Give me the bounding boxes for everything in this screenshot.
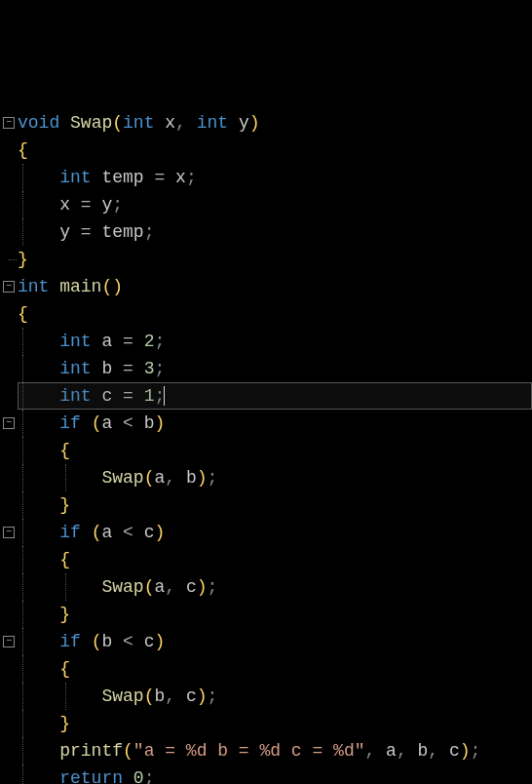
fold-minus-icon[interactable]: −	[3, 281, 15, 293]
whitespace	[70, 218, 81, 246]
code-content[interactable]: Swap(b, c);	[18, 683, 532, 710]
bracket-token: )	[155, 523, 166, 542]
bracket-token: (	[144, 577, 155, 597]
fold-minus-icon[interactable]: −	[3, 417, 15, 429]
code-line[interactable]: {	[0, 137, 532, 164]
fold-minus-icon[interactable]: −	[3, 527, 15, 538]
whitespace	[28, 355, 59, 382]
whitespace	[175, 573, 186, 601]
bracket-token: {	[59, 659, 70, 679]
code-content[interactable]: int temp = x;	[18, 164, 532, 191]
code-line[interactable]: − if (a < b)	[0, 410, 532, 437]
function-token: main	[59, 277, 101, 296]
code-editor[interactable]: −void Swap(int x, int y){ int temp = x; …	[0, 109, 532, 784]
code-line[interactable]: −int main()	[0, 273, 532, 300]
whitespace	[438, 737, 449, 764]
whitespace	[18, 468, 28, 488]
code-line[interactable]: {	[0, 655, 532, 683]
code-line[interactable]: {	[0, 300, 532, 328]
punct-token: ;	[144, 222, 155, 242]
code-content[interactable]: }	[18, 491, 532, 519]
code-line[interactable]: Swap(a, c);	[0, 573, 532, 601]
keyword-token: int	[59, 359, 91, 378]
code-content[interactable]: x = y;	[18, 191, 532, 218]
code-content[interactable]: if (a < b)	[18, 410, 532, 437]
whitespace	[144, 164, 155, 191]
identifier-token: a	[154, 468, 165, 488]
code-line[interactable]: int b = 3;	[0, 355, 532, 382]
bracket-token: (	[144, 468, 155, 488]
whitespace	[92, 218, 102, 246]
whitespace	[18, 413, 28, 433]
whitespace	[18, 605, 28, 624]
operator-token: =	[154, 168, 165, 187]
code-line[interactable]: int temp = x;	[0, 164, 532, 191]
code-line[interactable]: − if (b < c)	[0, 628, 532, 655]
whitespace	[28, 573, 59, 601]
code-content[interactable]: y = temp;	[18, 218, 532, 246]
gutter: −	[0, 417, 18, 429]
bracket-token: )	[249, 113, 260, 133]
code-content[interactable]: int c = 1;	[18, 382, 532, 410]
code-content[interactable]: Swap(a, b);	[18, 464, 532, 491]
code-content[interactable]: }	[18, 601, 532, 628]
identifier-token: temp	[101, 222, 143, 242]
identifier-token: y	[239, 113, 249, 133]
punct-token: ;	[208, 686, 218, 706]
whitespace	[375, 737, 386, 764]
code-content[interactable]: Swap(a, c);	[18, 573, 532, 601]
code-content[interactable]: if (a < c)	[18, 519, 532, 546]
bracket-token: {	[59, 550, 70, 569]
code-line[interactable]: }	[0, 246, 532, 273]
code-line[interactable]: }	[0, 710, 532, 737]
operator-token: <	[123, 523, 133, 542]
code-content[interactable]: {	[18, 437, 532, 464]
operator-token: <	[123, 632, 133, 651]
whitespace	[28, 218, 59, 246]
punct-token: ;	[208, 577, 218, 597]
code-content[interactable]: {	[18, 546, 532, 573]
code-content[interactable]: if (b < c)	[18, 628, 532, 655]
code-line[interactable]: int a = 2;	[0, 328, 532, 355]
code-content[interactable]: printf("a = %d b = %d c = %d", a, b, c);	[18, 737, 532, 764]
code-line[interactable]: }	[0, 491, 532, 519]
identifier-token: c	[101, 386, 112, 406]
fold-minus-icon[interactable]: −	[3, 117, 15, 129]
code-line[interactable]: Swap(a, b);	[0, 464, 532, 491]
code-line[interactable]: −void Swap(int x, int y)	[0, 109, 532, 137]
code-line[interactable]: printf("a = %d b = %d c = %d", a, b, c);	[0, 737, 532, 764]
code-content[interactable]: int b = 3;	[18, 355, 532, 382]
code-line[interactable]: }	[0, 601, 532, 628]
code-line[interactable]: Swap(b, c);	[0, 683, 532, 710]
bracket-token: )	[155, 413, 166, 433]
code-content[interactable]: void Swap(int x, int y)	[18, 109, 532, 137]
code-content[interactable]: {	[18, 137, 532, 164]
code-content[interactable]: return 0;	[18, 764, 532, 784]
punct-token: ,	[165, 577, 175, 597]
keyword-token: int	[59, 332, 91, 351]
whitespace	[81, 410, 92, 437]
identifier-token: a	[154, 577, 165, 597]
code-line[interactable]: {	[0, 546, 532, 573]
whitespace	[28, 519, 59, 546]
code-content[interactable]: }	[18, 246, 532, 273]
code-content[interactable]: int a = 2;	[18, 328, 532, 355]
fold-minus-icon[interactable]: −	[3, 636, 15, 647]
whitespace	[186, 109, 197, 137]
code-content[interactable]: }	[18, 710, 532, 737]
whitespace	[175, 464, 186, 491]
code-line[interactable]: {	[0, 437, 532, 464]
code-content[interactable]: int main()	[18, 273, 532, 300]
code-content[interactable]: {	[18, 300, 532, 328]
code-content[interactable]: {	[18, 655, 532, 683]
identifier-token: c	[449, 741, 460, 761]
code-line[interactable]: − if (a < c)	[0, 519, 532, 546]
code-line[interactable]: return 0;	[0, 764, 532, 784]
code-line[interactable]: int c = 1;	[0, 382, 532, 410]
code-line[interactable]: y = temp;	[0, 218, 532, 246]
keyword-token: return	[59, 768, 123, 784]
identifier-token: b	[101, 632, 112, 651]
code-line[interactable]: x = y;	[0, 191, 532, 218]
punct-token: ,	[397, 741, 407, 761]
whitespace	[18, 577, 28, 597]
